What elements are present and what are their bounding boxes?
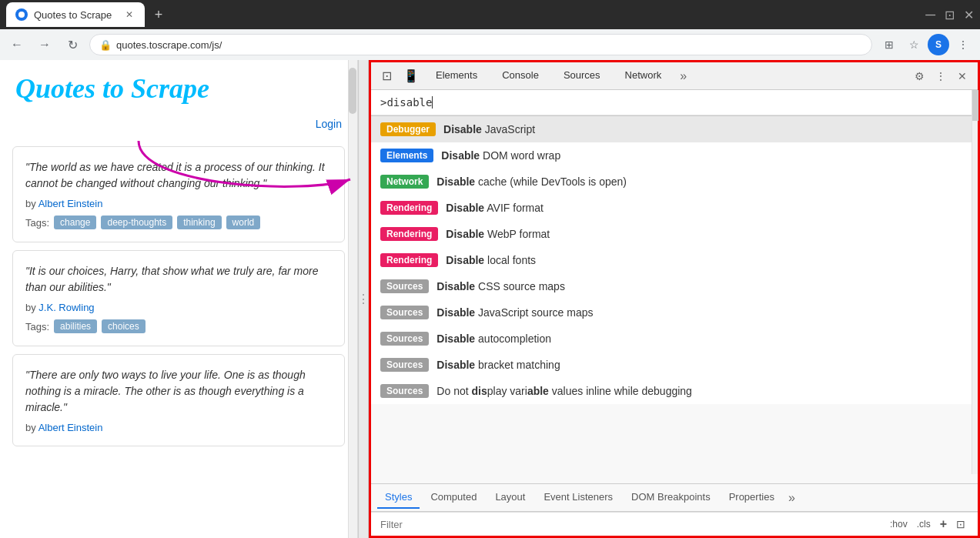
quote-author-2: by J.K. Rowling: [25, 302, 332, 313]
author-link-2[interactable]: J.K. Rowling: [38, 302, 94, 313]
tab-bar: Quotes to Scrape ✕ + ─ ⊡ ✕: [0, 0, 980, 29]
tab-styles[interactable]: Styles: [377, 486, 420, 509]
tag-choices[interactable]: choices: [102, 319, 145, 333]
result-item-9[interactable]: Sources Disable autocompletion: [371, 326, 978, 352]
tab-computed[interactable]: Computed: [423, 486, 484, 509]
refresh-button[interactable]: ↻: [62, 34, 83, 55]
active-tab[interactable]: Quotes to Scrape ✕: [6, 2, 145, 27]
address-bar[interactable]: 🔒 quotes.toscrape.com/js/: [89, 34, 872, 55]
result-item-11[interactable]: Sources Do not display variable values i…: [371, 378, 978, 404]
filter-actions: :hov .cls + ⊡: [887, 516, 968, 533]
tab-network[interactable]: Network: [616, 65, 671, 87]
filter-cls[interactable]: .cls: [914, 517, 934, 531]
filter-panel-toggle[interactable]: ⊡: [953, 516, 968, 532]
tab-dom-breakpoints[interactable]: DOM Breakpoints: [624, 486, 718, 509]
bottom-more-tabs[interactable]: »: [785, 491, 798, 505]
browser-chrome: Quotes to Scrape ✕ + ─ ⊡ ✕ ← → ↻ 🔒 quote…: [0, 0, 980, 60]
result-item-1[interactable]: Debugger Disable JavaScript: [371, 116, 978, 142]
profile-button[interactable]: S: [928, 34, 949, 55]
login-link[interactable]: Login: [316, 118, 342, 130]
tab-sources[interactable]: Sources: [554, 65, 610, 87]
minimize-button[interactable]: ─: [925, 7, 935, 23]
tab-close-button[interactable]: ✕: [123, 8, 135, 21]
more-tabs-button[interactable]: »: [677, 69, 690, 83]
new-tab-button[interactable]: +: [148, 4, 169, 25]
quote-author-3: by Albert Einstein: [25, 422, 332, 433]
result-item-10[interactable]: Sources Disable bracket matching: [371, 352, 978, 378]
tab-event-listeners[interactable]: Event Listeners: [536, 486, 620, 509]
result-text-2: Disable DOM word wrap: [441, 149, 560, 162]
quote-text-3: "There are only two ways to live your li…: [25, 367, 332, 416]
filter-add[interactable]: +: [937, 516, 950, 533]
close-button[interactable]: ✕: [964, 8, 974, 22]
quote-card-1: "The world as we have created it is a pr…: [12, 146, 345, 242]
lock-icon: 🔒: [99, 39, 112, 51]
settings-button[interactable]: ⚙: [910, 67, 928, 85]
tab-console[interactable]: Console: [493, 65, 548, 87]
bookmarks-button[interactable]: ⊞: [878, 34, 900, 55]
devtools-scrollbar-thumb[interactable]: [972, 90, 978, 121]
result-item-3[interactable]: Network Disable cache (while DevTools is…: [371, 169, 978, 195]
quote-text-2: "It is our choices, Harry, that show wha…: [25, 263, 332, 296]
menu-button[interactable]: ⋮: [952, 34, 974, 55]
window-controls: ─ ⊡ ✕: [925, 7, 974, 23]
tags-label-2: Tags:: [25, 321, 49, 332]
devtools-scrollbar[interactable]: [972, 90, 978, 474]
quote-card-2: "It is our choices, Harry, that show wha…: [12, 250, 345, 346]
badge-sources-3: Sources: [380, 332, 429, 346]
maximize-button[interactable]: ⊡: [945, 8, 955, 22]
badge-sources-5: Sources: [380, 384, 429, 398]
tag-thinking[interactable]: thinking: [177, 216, 221, 229]
bottom-filter-bar: :hov .cls + ⊡: [371, 512, 978, 536]
devtools-panel: ⊡ 📱 Elements Console Sources Network » ⚙…: [369, 60, 980, 538]
device-toolbar-button[interactable]: 📱: [402, 67, 420, 85]
star-button[interactable]: ☆: [903, 34, 925, 55]
website-panel: Quotes to Scrape Login "The world as we …: [0, 60, 358, 538]
author-link-1[interactable]: Albert Einstein: [38, 198, 103, 209]
more-options-button[interactable]: ⋮: [932, 67, 950, 85]
quote-tags-2: Tags: abilities choices: [25, 319, 332, 333]
command-results: Debugger Disable JavaScript Elements Dis…: [371, 116, 978, 404]
filter-hov[interactable]: :hov: [887, 517, 911, 531]
tab-properties[interactable]: Properties: [721, 486, 782, 509]
badge-sources-1: Sources: [380, 279, 429, 293]
website-header: Quotes to Scrape: [0, 60, 357, 117]
result-item-4[interactable]: Rendering Disable AVIF format: [371, 195, 978, 221]
nav-actions: ⊞ ☆ S ⋮: [878, 34, 974, 55]
tab-favicon: [15, 8, 28, 21]
badge-sources-2: Sources: [380, 306, 429, 319]
result-item-8[interactable]: Sources Disable JavaScript source maps: [371, 299, 978, 326]
author-link-3[interactable]: Albert Einstein: [38, 422, 103, 433]
main-area: Quotes to Scrape Login "The world as we …: [0, 60, 980, 538]
devtools-bottom-panel: Styles Computed Layout Event Listeners D…: [371, 483, 978, 536]
forward-button[interactable]: →: [34, 34, 55, 55]
tab-title: Quotes to Scrape: [34, 9, 117, 21]
filter-input[interactable]: [380, 519, 887, 530]
panel-resize-handle[interactable]: ⋮: [358, 60, 369, 538]
tab-elements[interactable]: Elements: [426, 65, 487, 87]
back-button[interactable]: ←: [6, 34, 28, 55]
result-item-6[interactable]: Rendering Disable local fonts: [371, 247, 978, 273]
inspect-element-button[interactable]: ⊡: [377, 67, 396, 85]
command-cursor: [432, 96, 433, 109]
scrollbar-thumb[interactable]: [349, 68, 356, 114]
tag-world[interactable]: world: [226, 216, 261, 229]
website-scrollbar[interactable]: [348, 60, 357, 538]
tab-layout[interactable]: Layout: [487, 486, 533, 509]
quote-tags-1: Tags: change deep-thoughts thinking worl…: [25, 216, 332, 229]
result-item-7[interactable]: Sources Disable CSS source maps: [371, 273, 978, 299]
command-input-text[interactable]: >disable: [380, 96, 432, 109]
badge-rendering-3: Rendering: [380, 253, 438, 267]
devtools-toolbar: ⊡ 📱 Elements Console Sources Network » ⚙…: [371, 62, 978, 90]
result-item-2[interactable]: Elements Disable DOM word wrap: [371, 142, 978, 169]
badge-sources-4: Sources: [380, 358, 429, 372]
result-item-5[interactable]: Rendering Disable WebP format: [371, 221, 978, 247]
close-devtools-button[interactable]: ✕: [953, 67, 972, 85]
badge-debugger-1: Debugger: [380, 122, 436, 136]
result-text-6: Disable local fonts: [446, 254, 536, 266]
tag-abilities[interactable]: abilities: [54, 319, 97, 333]
tag-change[interactable]: change: [54, 216, 96, 229]
tag-deep-thoughts[interactable]: deep-thoughts: [101, 216, 172, 229]
website-nav: Login: [0, 117, 357, 139]
result-text-3: Disable cache (while DevTools is open): [436, 175, 627, 188]
